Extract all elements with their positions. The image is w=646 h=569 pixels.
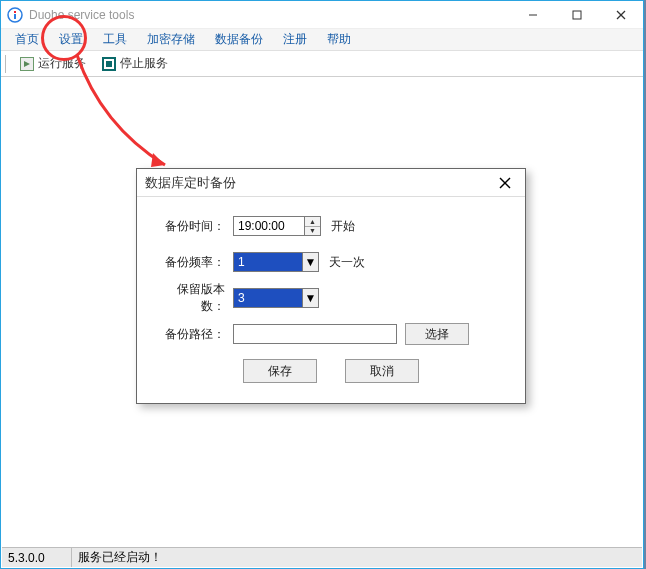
menu-home[interactable]: 首页 <box>7 29 47 50</box>
label-freq: 备份频率： <box>157 254 233 271</box>
play-icon <box>20 57 34 71</box>
keep-value: 3 <box>234 289 302 307</box>
stop-label: 停止服务 <box>120 55 168 72</box>
chevron-up-icon[interactable]: ▲ <box>305 217 320 227</box>
close-icon <box>499 177 511 189</box>
status-version: 5.3.0.0 <box>2 548 72 567</box>
menu-backup[interactable]: 数据备份 <box>207 29 271 50</box>
minimize-button[interactable] <box>511 1 555 28</box>
save-button[interactable]: 保存 <box>243 359 317 383</box>
chevron-down-icon[interactable]: ▼ <box>302 289 318 307</box>
toolbar: 运行服务 停止服务 <box>1 51 643 77</box>
freq-value: 1 <box>234 253 302 271</box>
svg-marker-7 <box>24 61 30 67</box>
app-icon <box>7 7 23 23</box>
dialog-title: 数据库定时备份 <box>145 174 236 192</box>
run-label: 运行服务 <box>38 55 86 72</box>
statusbar: 5.3.0.0 服务已经启动！ <box>2 547 642 567</box>
menu-help[interactable]: 帮助 <box>319 29 359 50</box>
dialog-close-button[interactable] <box>493 173 517 193</box>
cancel-button[interactable]: 取消 <box>345 359 419 383</box>
svg-rect-2 <box>14 14 16 19</box>
label-time: 备份时间： <box>157 218 233 235</box>
window-title: Duohe service tools <box>29 8 134 22</box>
time-spinner[interactable]: ▲ ▼ <box>305 216 321 236</box>
stop-icon <box>102 57 116 71</box>
menubar: 首页 设置 工具 加密存储 数据备份 注册 帮助 <box>1 29 643 51</box>
chevron-down-icon[interactable]: ▼ <box>305 227 320 236</box>
menu-settings[interactable]: 设置 <box>51 29 91 50</box>
dialog-body: 备份时间： 19:00:00 ▲ ▼ 开始 备份频率： 1 ▼ 天一次 保留版本… <box>137 197 525 403</box>
dialog-titlebar: 数据库定时备份 <box>137 169 525 197</box>
menu-register[interactable]: 注册 <box>275 29 315 50</box>
close-button[interactable] <box>599 1 643 28</box>
browse-button[interactable]: 选择 <box>405 323 469 345</box>
label-path: 备份路径： <box>157 326 233 343</box>
svg-rect-1 <box>14 11 16 13</box>
label-keep: 保留版本数： <box>157 281 233 315</box>
svg-rect-4 <box>573 11 581 19</box>
path-input[interactable] <box>233 324 397 344</box>
freq-suffix: 天一次 <box>329 254 365 271</box>
keep-combo[interactable]: 3 ▼ <box>233 288 319 308</box>
status-message: 服务已经启动！ <box>72 548 642 567</box>
maximize-button[interactable] <box>555 1 599 28</box>
run-service-button[interactable]: 运行服务 <box>16 53 90 74</box>
menu-encrypt[interactable]: 加密存储 <box>139 29 203 50</box>
app-window: Duohe service tools 首页 设置 工具 加密存储 数据备份 注… <box>0 0 644 569</box>
time-input[interactable]: 19:00:00 <box>233 216 305 236</box>
stop-service-button[interactable]: 停止服务 <box>98 53 172 74</box>
freq-combo[interactable]: 1 ▼ <box>233 252 319 272</box>
chevron-down-icon[interactable]: ▼ <box>302 253 318 271</box>
menu-tools[interactable]: 工具 <box>95 29 135 50</box>
window-controls <box>511 1 643 28</box>
titlebar: Duohe service tools <box>1 1 643 29</box>
time-suffix: 开始 <box>331 218 355 235</box>
backup-dialog: 数据库定时备份 备份时间： 19:00:00 ▲ ▼ 开始 备份频率： 1 ▼ <box>136 168 526 404</box>
